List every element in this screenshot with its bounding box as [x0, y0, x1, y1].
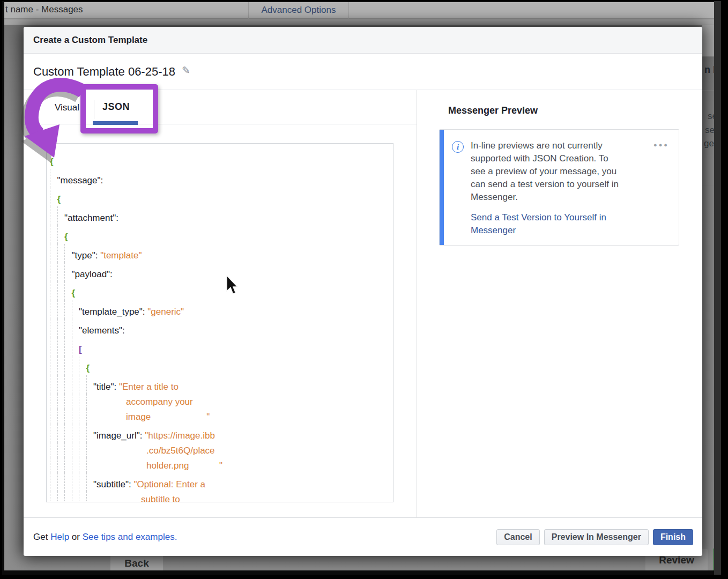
code-line: "template_type": "generic"	[47, 300, 393, 319]
code-token: {	[64, 232, 68, 242]
indent-guide	[50, 263, 50, 281]
finish-button[interactable]: Finish	[653, 529, 693, 545]
code-token: "Enter a title to	[119, 382, 179, 392]
indent-guide	[72, 409, 72, 424]
indent-guide	[50, 375, 50, 394]
advanced-options-button[interactable]: Advanced Options	[248, 1, 349, 19]
indent-guide	[72, 473, 72, 492]
indent-guide	[72, 375, 72, 394]
indent-guide	[50, 424, 50, 443]
help-link[interactable]: Help	[50, 532, 69, 542]
indent-guide	[79, 409, 79, 424]
or-label: or	[69, 532, 83, 542]
indent-guide	[72, 443, 72, 458]
background-topbar: t name - Messages Advanced Options	[2, 1, 721, 19]
info-text: In-line previews are not currently suppo…	[471, 139, 653, 204]
code-token: {	[57, 194, 61, 204]
indent-guide	[86, 409, 87, 424]
indent-guide	[86, 375, 87, 394]
code-line: {	[47, 281, 393, 300]
code-line: "attachment":	[47, 206, 393, 225]
annotation-arrow-icon	[16, 75, 118, 168]
info-icon: i	[452, 141, 464, 153]
indent-guide	[50, 473, 50, 492]
code-token: .co/bz5t6Q/place	[146, 446, 215, 456]
code-line: accompany your	[47, 394, 393, 409]
code-token: image "	[126, 412, 210, 422]
cancel-button[interactable]: Cancel	[496, 529, 539, 545]
indent-guide	[64, 394, 65, 409]
code-token: {	[86, 363, 90, 373]
indent-guide	[64, 473, 65, 492]
indent-guide	[50, 281, 50, 300]
indent-guide	[57, 424, 58, 443]
indent-guide	[50, 409, 50, 424]
code-line: image "	[47, 409, 393, 424]
indent-guide	[57, 375, 58, 394]
code-token: "Optional: Enter a	[133, 479, 205, 489]
footer-help-text: Get Help or See tips and examples.	[33, 532, 177, 543]
screen: t name - Messages Advanced Options n Me …	[2, 1, 721, 575]
indent-guide	[57, 492, 58, 502]
code-token: "template"	[100, 250, 142, 261]
overflow-menu-icon[interactable]: ●●●	[653, 142, 669, 148]
indent-guide	[86, 473, 87, 492]
json-editor[interactable]: {"message":{"attachment":{"type": "templ…	[46, 143, 393, 502]
tips-link[interactable]: See tips and examples.	[83, 532, 177, 542]
code-token: "type":	[72, 250, 101, 261]
code-line: "image_url": "https://image.ibb	[47, 424, 393, 443]
indent-guide	[79, 473, 79, 492]
code-token: holder.png "	[146, 461, 222, 471]
indent-guide	[64, 319, 65, 338]
indent-guide	[57, 409, 58, 424]
code-line: "title": "Enter a title to	[47, 375, 393, 394]
preview-in-messenger-button[interactable]: Preview In Messenger	[544, 529, 649, 545]
send-test-version-link[interactable]: Send a Test Version to Yourself in Messe…	[471, 211, 653, 237]
indent-guide	[57, 473, 58, 492]
indent-guide	[50, 357, 50, 375]
indent-guide	[86, 492, 87, 502]
json-editor-content: {"message":{"attachment":{"type": "templ…	[47, 150, 393, 502]
indent-guide	[79, 443, 79, 458]
indent-guide	[64, 458, 65, 473]
indent-guide	[57, 338, 58, 357]
edit-pencil-icon[interactable]: ✎	[182, 64, 190, 77]
code-token: {	[72, 288, 76, 298]
indent-guide	[64, 375, 65, 394]
indent-guide	[79, 424, 79, 443]
indent-guide	[64, 424, 65, 443]
indent-guide	[64, 357, 65, 375]
indent-guide	[64, 492, 65, 502]
indent-guide	[72, 424, 72, 443]
indent-guide	[64, 300, 65, 319]
frame-edge	[2, 1, 4, 575]
indent-guide	[50, 244, 50, 263]
code-token: "template_type":	[79, 307, 147, 317]
indent-guide	[57, 394, 58, 409]
indent-guide	[50, 300, 50, 319]
modal-title: Create a Custom Template	[33, 35, 147, 46]
indent-guide	[64, 409, 65, 424]
page-title-fragment: t name - Messages	[5, 4, 83, 15]
frame-edge	[2, 570, 721, 575]
indent-guide	[57, 263, 58, 281]
indent-guide	[57, 458, 58, 473]
code-token: subtitle to	[141, 494, 180, 502]
code-token: "title":	[93, 382, 119, 392]
indent-guide	[72, 492, 72, 502]
code-line: "message":	[47, 169, 393, 188]
modal-header: Create a Custom Template	[24, 27, 702, 54]
code-line: "payload":	[47, 263, 393, 281]
indent-guide	[50, 188, 50, 206]
code-line: "type": "template"	[47, 244, 393, 263]
code-line: subtitle to	[47, 492, 393, 502]
footer-buttons: Cancel Preview In Messenger Finish	[496, 529, 693, 545]
indent-guide	[50, 458, 50, 473]
indent-guide	[57, 244, 58, 263]
indent-guide	[72, 338, 72, 357]
indent-guide	[50, 338, 50, 357]
indent-guide	[57, 319, 58, 338]
indent-guide	[79, 458, 79, 473]
modal-body: Visual JSON {"message":{"attachment":{"t…	[24, 90, 702, 517]
messenger-preview-heading: Messenger Preview	[448, 105, 538, 116]
